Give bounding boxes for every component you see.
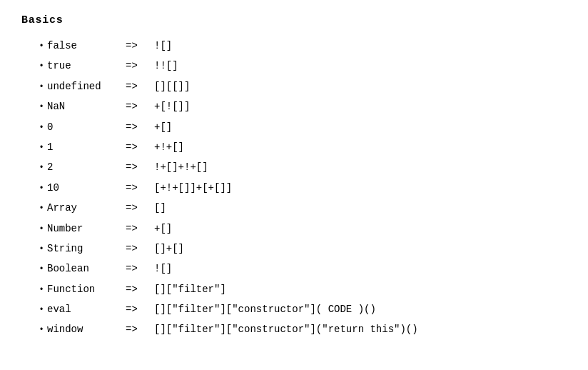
- bullet-icon: •: [36, 60, 47, 74]
- item-value: [][[]]: [154, 79, 190, 94]
- bullet-icon: •: [36, 121, 47, 135]
- arrow-symbol: =>: [126, 321, 154, 337]
- item-value: [+!+[]]+[+[]]: [154, 180, 232, 196]
- list-item: •false=>![]: [36, 38, 567, 54]
- item-name: 2: [47, 159, 126, 175]
- bullet-icon: •: [36, 182, 47, 196]
- arrow-symbol: =>: [126, 221, 154, 236]
- arrow-symbol: =>: [126, 241, 154, 256]
- item-value: []["filter"]: [154, 281, 226, 297]
- list-item: •0=>+[]: [36, 119, 567, 135]
- bullet-icon: •: [36, 304, 47, 317]
- arrow-symbol: =>: [126, 79, 154, 94]
- section-title: Basics: [21, 14, 567, 26]
- item-value: +[]: [154, 221, 172, 236]
- list-item: •Number=>+[]: [36, 221, 567, 236]
- item-value: !![]: [154, 58, 178, 74]
- item-name: 10: [47, 180, 126, 196]
- item-name: true: [47, 58, 126, 74]
- item-value: +[]: [154, 119, 172, 135]
- bullet-icon: •: [36, 141, 47, 155]
- bullet-icon: •: [36, 101, 47, 114]
- item-value: +[![]]: [154, 99, 190, 114]
- arrow-symbol: =>: [126, 261, 154, 276]
- arrow-symbol: =>: [126, 139, 154, 155]
- arrow-symbol: =>: [126, 99, 154, 114]
- item-name: Array: [47, 200, 126, 216]
- item-value: +!+[]: [154, 139, 184, 155]
- item-value: []: [154, 200, 166, 216]
- bullet-icon: •: [36, 324, 47, 337]
- arrow-symbol: =>: [126, 200, 154, 216]
- item-name: eval: [47, 301, 126, 317]
- bullet-icon: •: [36, 161, 47, 175]
- list-item: •window=>[]["filter"]["constructor"]("re…: [36, 321, 567, 337]
- list-item: •Boolean=>![]: [36, 261, 567, 276]
- arrow-symbol: =>: [126, 119, 154, 135]
- item-value: ![]: [154, 38, 172, 54]
- arrow-symbol: =>: [126, 301, 154, 317]
- item-name: Boolean: [47, 261, 126, 276]
- item-value: []+[]: [154, 241, 184, 256]
- item-value: ![]: [154, 261, 172, 276]
- item-value: []["filter"]["constructor"]( CODE )(): [154, 301, 376, 317]
- bullet-icon: •: [36, 223, 47, 236]
- bullet-icon: •: [36, 40, 47, 54]
- list-item: •1=>+!+[]: [36, 139, 567, 155]
- item-value: !+[]+!+[]: [154, 159, 208, 175]
- bullet-icon: •: [36, 202, 47, 216]
- arrow-symbol: =>: [126, 180, 154, 196]
- bullet-icon: •: [36, 284, 47, 297]
- item-name: 0: [47, 119, 126, 135]
- item-name: false: [47, 38, 126, 54]
- list-item: •2=>!+[]+!+[]: [36, 159, 567, 175]
- item-name: Function: [47, 281, 126, 297]
- list-item: •10=>[+!+[]]+[+[]]: [36, 180, 567, 196]
- list-item: •String=>[]+[]: [36, 241, 567, 256]
- list-item: •undefined=>[][[]]: [36, 79, 567, 94]
- bullet-icon: •: [36, 263, 47, 276]
- item-value: []["filter"]["constructor"]("return this…: [154, 321, 418, 337]
- page-container: Basics •false=>![]•true=>!![]•undefined=…: [21, 14, 567, 338]
- list-item: •eval=>[]["filter"]["constructor"]( CODE…: [36, 301, 567, 317]
- list-item: •NaN=>+[![]]: [36, 99, 567, 114]
- bullet-icon: •: [36, 243, 47, 256]
- arrow-symbol: =>: [126, 281, 154, 297]
- list-item: •true=>!![]: [36, 58, 567, 74]
- item-name: String: [47, 241, 126, 256]
- item-name: undefined: [47, 79, 126, 94]
- item-name: NaN: [47, 99, 126, 114]
- arrow-symbol: =>: [126, 38, 154, 54]
- items-list: •false=>![]•true=>!![]•undefined=>[][[]]…: [21, 38, 567, 338]
- item-name: Number: [47, 221, 126, 236]
- arrow-symbol: =>: [126, 58, 154, 74]
- item-name: 1: [47, 139, 126, 155]
- arrow-symbol: =>: [126, 159, 154, 175]
- list-item: •Array=>[]: [36, 200, 567, 216]
- bullet-icon: •: [36, 81, 47, 94]
- item-name: window: [47, 321, 126, 337]
- list-item: •Function=>[]["filter"]: [36, 281, 567, 297]
